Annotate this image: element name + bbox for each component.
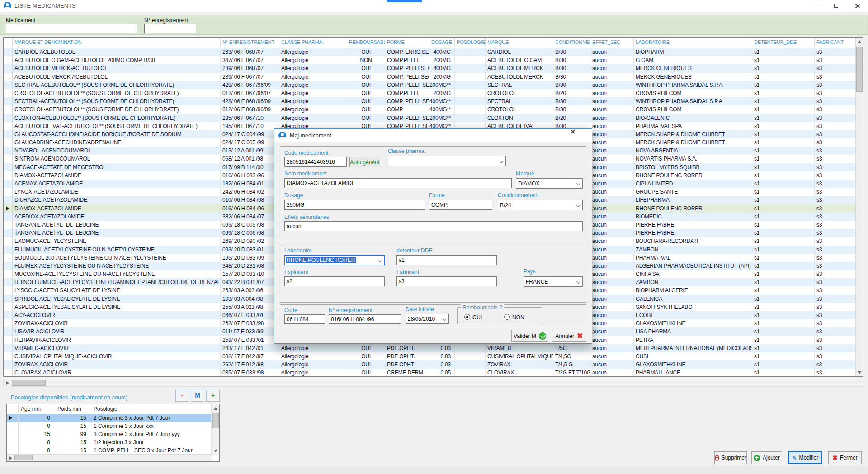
minimize-button[interactable]	[806, 0, 826, 12]
posologie-add-button[interactable]: +	[206, 390, 220, 402]
cell-marque: CROTOLOL	[486, 105, 553, 114]
table-row[interactable]: ACEBUTOLOL G GAM-ACEBUTOLOL 200MG COMP. …	[4, 56, 855, 64]
nreg-dialog-field[interactable]	[329, 314, 401, 324]
col-header-poids-min[interactable]: Poids min	[55, 404, 91, 413]
col-header-remb[interactable]: REMBOURSABLE	[347, 38, 385, 47]
col-header-labo[interactable]: LABORATOIRE	[634, 38, 752, 47]
col-header-marque[interactable]: MARQUE	[486, 38, 553, 47]
scrollbar-thumb[interactable]	[212, 413, 219, 428]
scrollbar-thumb[interactable]	[12, 380, 46, 386]
date-initiale-select[interactable]: 28/05/2016	[406, 314, 449, 324]
nom-medicament-field[interactable]	[284, 178, 512, 188]
dialog-minimize-button[interactable]	[529, 129, 547, 142]
col-header-dosage[interactable]: DOSAGE	[429, 38, 455, 47]
posologie-row[interactable]: 0151/2 Injection 3 x Jour	[7, 438, 212, 446]
exploitant-field[interactable]	[284, 276, 385, 286]
app-icon	[4, 2, 11, 9]
posologies-vertical-scrollbar[interactable]	[212, 404, 219, 455]
col-header-effet[interactable]: EFFET_SEC	[590, 38, 634, 47]
table-row[interactable]: CROTOLOL-ACEBUTOLOL** (SOUS FORME DE CHL…	[4, 89, 855, 97]
table-row[interactable]: ACEBUTOLOL MERCK-ACEBUTOLOL239/ 06 F 068…	[4, 64, 855, 72]
cell-fab: s3	[815, 138, 855, 147]
col-header-classe[interactable]: CLASSE PHARMA.	[279, 38, 347, 47]
scroll-right-button[interactable]	[4, 379, 11, 387]
code-field[interactable]	[284, 314, 325, 324]
cell-effet: aucun	[590, 89, 634, 97]
table-row[interactable]: SECTRAL-ACEBUTOLOL** (SOUS FORME DE CHLO…	[4, 97, 855, 105]
col-header-name[interactable]: MARQUE ET DENOMINATION	[13, 38, 221, 47]
scroll-right-button[interactable]	[7, 455, 14, 461]
col-header-fab[interactable]: FABRICANT	[815, 38, 855, 47]
dialog-close-button[interactable]	[570, 129, 587, 142]
ajouter-button[interactable]: Ajouter	[751, 451, 782, 464]
col-header-det[interactable]: DETENTEUR_DDE	[752, 38, 815, 47]
remboursable-non-radio[interactable]	[504, 314, 510, 320]
col-header-cond[interactable]: CONDITIONNEMENT	[553, 38, 590, 47]
valider-button[interactable]: Valider M	[511, 330, 548, 342]
fermer-button[interactable]: ✖ Fermer	[828, 451, 862, 464]
auto-genere-button[interactable]: Auto généré	[349, 157, 380, 167]
col-header-posologie[interactable]: Posologie	[91, 404, 212, 413]
medicament-search-input[interactable]	[6, 24, 137, 33]
effets-secondaires-field[interactable]	[284, 221, 583, 231]
remboursable-oui-radio[interactable]	[464, 314, 470, 320]
table-row[interactable]: CARDIOL-ACEBUTOLOL263/ 06 F 068 /07Aller…	[4, 48, 855, 56]
col-header-posologie[interactable]: POSOLOGIE	[455, 38, 486, 47]
table-row[interactable]: VIRAMED-ACICLOVIR243/ 17 F 042 /01Allerg…	[4, 344, 855, 352]
row-indicator-cell	[4, 73, 13, 81]
dosage-field[interactable]	[284, 200, 425, 210]
scroll-down-button[interactable]	[856, 369, 863, 376]
detenteur-dde-field[interactable]	[396, 255, 497, 265]
table-row[interactable]: SECTRAL-ACEBUTOLOL** (SOUS FORME DE CHLO…	[4, 81, 855, 89]
posologies-horizontal-scrollbar[interactable]	[7, 454, 212, 461]
cell-det: s1	[752, 180, 815, 188]
col-header-nreg[interactable]: N° ENREGISTREMENT	[221, 38, 279, 47]
modifier-button[interactable]: ✎ Modifier	[788, 451, 822, 464]
forme-field[interactable]	[429, 200, 492, 210]
cell-age-min: 0	[19, 438, 55, 446]
table-row[interactable]: CLOXTON-ACEBUTOLOL** (SOUS FORME DE CHLO…	[4, 114, 855, 122]
col-header-forme[interactable]: FORME	[385, 38, 429, 47]
dialog-maximize-button[interactable]	[550, 129, 567, 142]
conditionnement-select[interactable]: B/24	[498, 200, 583, 210]
cell-det: s1	[752, 327, 815, 336]
cell-remb: OUI	[347, 360, 385, 369]
table-row[interactable]: ZOVIRAX-ACICLOVIR262/ 17 F 042 /98Allerg…	[4, 360, 855, 369]
table-row[interactable]: CUSIVIRAL OPHTALMIQUE-ACICLOVIR032/ 17 F…	[4, 352, 855, 360]
table-row[interactable]: CLOVIRAX-ACICLOVIR035/ 07 E 033 /98Aller…	[4, 369, 855, 377]
table-row[interactable]: CROTOLOL-ACEBUTOLOL** (SOUS FORME DE CHL…	[4, 105, 855, 114]
laboratoire-select[interactable]: RHONE POULENC RORER	[284, 255, 385, 265]
posologie-row[interactable]: 0151 COMP. PELL . SEC 3 x Jour Pdt 7 Jou…	[7, 446, 212, 455]
annuler-button[interactable]: Annuler ✖	[552, 330, 586, 342]
col-header-age-min[interactable]: Age min	[19, 404, 55, 413]
scroll-up-button[interactable]	[212, 404, 220, 412]
scrollbar-thumb[interactable]	[14, 455, 33, 460]
posologie-modify-button[interactable]: M	[191, 390, 204, 402]
fabricant-field[interactable]	[396, 276, 497, 286]
supprimer-button[interactable]: Supprimer	[714, 451, 747, 464]
scroll-down-button[interactable]	[212, 447, 220, 455]
code-medicament-field[interactable]	[284, 157, 347, 167]
grid-vertical-scrollbar[interactable]	[855, 38, 863, 376]
row-indicator-cell	[4, 286, 13, 294]
posologie-row[interactable]: 0151 Comprimé 3 x Jour xxx	[7, 422, 212, 430]
close-button[interactable]	[847, 0, 868, 12]
arrow-down-icon	[214, 450, 217, 452]
posologie-row[interactable]: 15993 Comprimé 3 x Jour Pdt 7 Jour yyy	[7, 430, 212, 438]
laboratoire-group	[280, 245, 586, 303]
cell-fab: s3	[815, 336, 855, 344]
table-row[interactable]: ACEBUTOLOL MERCK-ACEBUTOLOL239/ 06 F 067…	[4, 73, 855, 81]
cancel-icon: ✖	[577, 332, 583, 340]
marque-select[interactable]: DIAMOX	[516, 178, 583, 189]
cell-nreg: 099/ 18 C 006 /98	[221, 229, 279, 237]
pays-select[interactable]: FRANCE	[524, 276, 583, 287]
posologie-remove-button[interactable]: -	[175, 390, 189, 402]
posologie-row[interactable]: 0152 Comprimé 3 x Jour Pdt 7 Jour	[7, 414, 212, 422]
classe-pharma-select[interactable]	[388, 156, 506, 166]
scrollbar-thumb[interactable]	[856, 47, 863, 92]
nreg-search-input[interactable]	[144, 24, 196, 33]
cell-nreg: 024/ 17 C 004 /99	[221, 130, 279, 138]
maximize-button[interactable]	[826, 0, 847, 12]
grid-horizontal-scrollbar[interactable]	[3, 379, 863, 387]
scroll-up-button[interactable]	[856, 38, 863, 45]
